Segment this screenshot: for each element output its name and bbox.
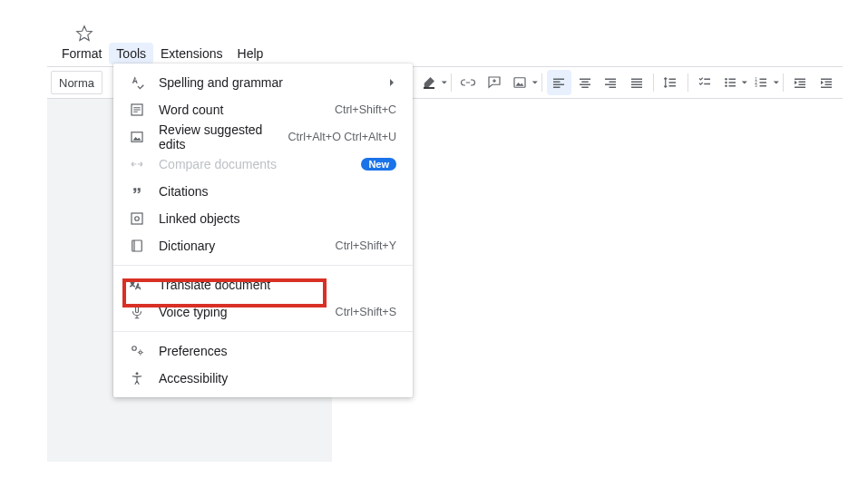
menu-item-linked-objects[interactable]: Linked objects (113, 205, 413, 232)
comment-icon (486, 74, 502, 91)
style-selector[interactable]: Norma (51, 71, 102, 94)
menu-item-label: Preferences (159, 344, 396, 358)
dictionary-icon (128, 237, 146, 255)
svg-rect-13 (132, 240, 142, 251)
review-edits-icon (128, 128, 146, 146)
preferences-icon (128, 342, 146, 360)
menu-item-label: Accessibility (159, 371, 396, 386)
increase-indent-button[interactable] (814, 70, 839, 95)
line-spacing-button[interactable] (658, 70, 683, 95)
chevron-right-icon (387, 78, 396, 87)
menu-item-label: Word count (159, 102, 335, 117)
link-icon (460, 74, 476, 91)
svg-rect-1 (424, 87, 434, 89)
align-right-button[interactable] (599, 70, 623, 95)
svg-point-12 (135, 217, 140, 221)
menu-item-citations[interactable]: Citations (113, 178, 413, 205)
citations-icon (128, 182, 146, 200)
add-comment-button[interactable] (483, 70, 507, 95)
svg-point-15 (132, 346, 137, 351)
bulleted-list-icon (722, 74, 738, 91)
new-badge: New (361, 158, 396, 171)
microphone-icon (128, 303, 146, 321)
svg-rect-14 (136, 306, 139, 313)
menu-help[interactable]: Help (230, 43, 271, 64)
line-spacing-icon (662, 74, 678, 91)
svg-point-3 (725, 78, 727, 81)
align-left-button[interactable] (547, 70, 571, 95)
insert-link-button[interactable] (456, 70, 481, 95)
menu-separator (113, 331, 413, 332)
menu-item-label: Translate document (159, 278, 396, 292)
wordcount-icon (128, 101, 146, 119)
menu-item-label: Linked objects (159, 211, 396, 226)
svg-marker-0 (77, 26, 93, 41)
menu-item-review-edits[interactable]: Review suggested edits Ctrl+Alt+O Ctrl+A… (113, 123, 413, 151)
svg-point-16 (139, 351, 141, 354)
align-left-icon (551, 74, 567, 91)
insert-image-button[interactable] (508, 70, 532, 95)
star-icon (75, 24, 93, 43)
compare-icon (128, 155, 146, 173)
svg-rect-11 (132, 213, 142, 224)
menu-item-accessibility[interactable]: Accessibility (113, 365, 413, 392)
menu-item-word-count[interactable]: Word count Ctrl+Shift+C (113, 96, 413, 123)
menu-item-dictionary[interactable]: Dictionary Ctrl+Shift+Y (113, 232, 413, 259)
decrease-indent-icon (792, 74, 808, 91)
menu-item-label: Citations (159, 184, 396, 199)
decrease-indent-button[interactable] (788, 70, 813, 95)
bulleted-list-button[interactable] (718, 70, 743, 95)
numbered-list-button[interactable]: 1 2 3 (749, 70, 774, 95)
menu-separator (113, 265, 413, 266)
increase-indent-icon (818, 74, 834, 91)
menu-item-compare: Compare documents New (113, 151, 413, 178)
menu-item-shortcut: Ctrl+Alt+O Ctrl+Alt+U (288, 131, 396, 143)
numbered-list-icon: 1 2 3 (753, 74, 769, 91)
highlight-icon (421, 74, 437, 91)
menu-item-label: Dictionary (159, 239, 336, 253)
image-icon (512, 74, 528, 91)
menu-item-label: Voice typing (159, 305, 336, 319)
tools-menu-dropdown: Spelling and grammar Word count Ctrl+Shi… (113, 63, 413, 397)
menu-format[interactable]: Format (54, 43, 109, 64)
menu-item-voice-typing[interactable]: Voice typing Ctrl+Shift+S (113, 298, 413, 326)
svg-text:3: 3 (756, 83, 758, 88)
translate-icon (128, 276, 146, 294)
svg-point-5 (725, 84, 727, 87)
checklist-icon (697, 74, 713, 91)
chevron-down-icon[interactable] (441, 79, 448, 86)
menu-item-shortcut: Ctrl+Shift+S (336, 306, 396, 318)
menu-item-shortcut: Ctrl+Shift+C (335, 103, 396, 116)
menu-extensions[interactable]: Extensions (153, 43, 229, 64)
svg-point-17 (136, 372, 139, 375)
menu-item-label: Review suggested edits (159, 122, 288, 151)
accessibility-icon (128, 369, 146, 387)
align-center-button[interactable] (573, 70, 598, 95)
align-right-icon (602, 74, 619, 91)
highlight-color-button[interactable] (417, 70, 442, 95)
style-selector-label: Norma (59, 76, 94, 90)
menu-item-label: Compare documents (159, 157, 361, 171)
linked-objects-icon (128, 210, 146, 228)
align-justify-button[interactable] (625, 70, 649, 95)
checklist-button[interactable] (692, 70, 717, 95)
menu-item-shortcut: Ctrl+Shift+Y (336, 239, 396, 252)
menu-item-translate[interactable]: Translate document (113, 271, 413, 298)
menu-item-label: Spelling and grammar (159, 75, 380, 90)
chevron-down-icon[interactable] (532, 79, 539, 86)
spellcheck-icon (128, 73, 146, 92)
chevron-down-icon[interactable] (741, 79, 748, 86)
chevron-down-icon[interactable] (773, 79, 780, 86)
svg-point-4 (725, 82, 727, 84)
align-justify-icon (629, 74, 645, 91)
align-center-icon (577, 74, 593, 91)
menubar: Format Tools Extensions Help (54, 43, 270, 64)
menu-item-preferences[interactable]: Preferences (113, 337, 413, 365)
menu-item-spelling[interactable]: Spelling and grammar (113, 69, 413, 96)
menu-tools[interactable]: Tools (109, 43, 153, 64)
